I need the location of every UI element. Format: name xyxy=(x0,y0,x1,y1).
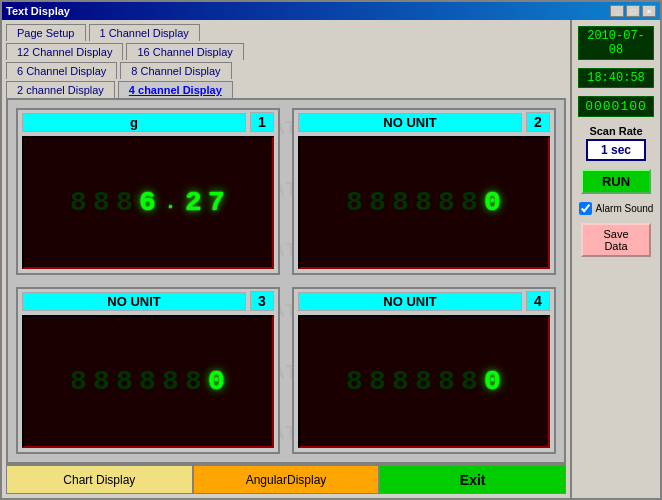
maximize-button[interactable]: □ xyxy=(626,5,640,17)
scan-rate-value: 1 sec xyxy=(586,139,646,161)
channel-2-number: 2 xyxy=(526,112,550,132)
channel-2-header: NO UNIT 2 xyxy=(294,110,554,134)
digit-3-4: 8 xyxy=(138,366,158,397)
digit-4-4: 8 xyxy=(414,366,434,397)
digit-4-5: 8 xyxy=(437,366,457,397)
tab-page-setup[interactable]: Page Setup xyxy=(6,24,86,41)
minimize-button[interactable]: _ xyxy=(610,5,624,17)
left-panel: Page Setup 1 Channel Display 12 Channel … xyxy=(2,20,570,498)
chart-display-button[interactable]: Chart Display xyxy=(6,465,193,494)
channel-1-screen: 8 8 8 6 . 2 7 xyxy=(22,136,274,269)
channel-2-box: NO UNIT 2 8 8 8 8 8 8 0 xyxy=(292,108,556,275)
digit-4-2: 8 xyxy=(368,366,388,397)
alarm-sound-checkbox[interactable] xyxy=(579,202,592,215)
digit-1-dot: . xyxy=(161,193,181,213)
digit-3-2: 8 xyxy=(92,366,112,397)
display-content: LEGATOOL LEGATOOL LEGATOOL LEGATOOL LEGA… xyxy=(6,98,566,464)
scan-rate-section: Scan Rate 1 sec xyxy=(586,125,646,161)
tab-row-4: 2 channel Display 4 channel Display xyxy=(6,81,566,98)
channel-4-unit: NO UNIT xyxy=(298,292,522,311)
channel-4-box: NO UNIT 4 8 8 8 8 8 8 0 xyxy=(292,287,556,454)
digit-1-2: 8 xyxy=(92,187,112,218)
digit-1-1: 8 xyxy=(69,187,89,218)
channel-3-number: 3 xyxy=(250,291,274,311)
tab-4-channel[interactable]: 4 channel Display xyxy=(118,81,233,98)
channel-4-digits: 8 8 8 8 8 8 0 xyxy=(345,366,503,397)
channel-4-header: NO UNIT 4 xyxy=(294,289,554,313)
digit-3-1: 8 xyxy=(69,366,89,397)
angular-display-button[interactable]: AngularDisplay xyxy=(193,465,380,494)
digit-4-1: 8 xyxy=(345,366,365,397)
window-title: Text Display xyxy=(6,5,70,17)
channel-2-screen: 8 8 8 8 8 8 0 xyxy=(298,136,550,269)
channels-grid: g 1 8 8 8 6 . 2 7 xyxy=(16,108,556,454)
tab-12-channel[interactable]: 12 Channel Display xyxy=(6,43,123,60)
digit-2-5: 8 xyxy=(437,187,457,218)
digit-3-6: 8 xyxy=(184,366,204,397)
run-button[interactable]: RUN xyxy=(581,169,651,194)
channel-1-unit: g xyxy=(22,113,246,132)
exit-button[interactable]: Exit xyxy=(379,465,566,494)
main-content: Page Setup 1 Channel Display 12 Channel … xyxy=(2,20,660,498)
digit-3-3: 8 xyxy=(115,366,135,397)
digit-2-2: 8 xyxy=(368,187,388,218)
channel-2-unit: NO UNIT xyxy=(298,113,522,132)
tab-2-channel[interactable]: 2 channel Display xyxy=(6,81,115,98)
main-window: Text Display _ □ × Page Setup 1 Channel … xyxy=(0,0,662,500)
scan-rate-label: Scan Rate xyxy=(589,125,642,137)
tab-8-channel[interactable]: 8 Channel Display xyxy=(120,62,231,79)
channel-3-header: NO UNIT 3 xyxy=(18,289,278,313)
tabs-area: Page Setup 1 Channel Display 12 Channel … xyxy=(6,24,566,98)
bottom-bar: Chart Display AngularDisplay Exit xyxy=(6,464,566,494)
title-bar: Text Display _ □ × xyxy=(2,2,660,20)
channel-3-unit: NO UNIT xyxy=(22,292,246,311)
digit-4-7: 0 xyxy=(483,366,503,397)
channel-1-box: g 1 8 8 8 6 . 2 7 xyxy=(16,108,280,275)
channel-2-digits: 8 8 8 8 8 8 0 xyxy=(345,187,503,218)
digit-2-1: 8 xyxy=(345,187,365,218)
title-bar-buttons: _ □ × xyxy=(610,5,656,17)
channel-3-digits: 8 8 8 8 8 8 0 xyxy=(69,366,227,397)
save-data-button[interactable]: Save Data xyxy=(581,223,651,257)
time-display: 18:40:58 xyxy=(578,68,654,88)
digit-2-7: 0 xyxy=(483,187,503,218)
channel-1-header: g 1 xyxy=(18,110,278,134)
channel-3-screen: 8 8 8 8 8 8 0 xyxy=(22,315,274,448)
tab-row-1: Page Setup 1 Channel Display xyxy=(6,24,566,41)
channel-4-screen: 8 8 8 8 8 8 0 xyxy=(298,315,550,448)
channel-1-digits: 8 8 8 6 . 2 7 xyxy=(69,187,227,218)
tab-6-channel[interactable]: 6 Channel Display xyxy=(6,62,117,79)
digit-4-3: 8 xyxy=(391,366,411,397)
tab-row-2: 12 Channel Display 16 Channel Display xyxy=(6,43,566,60)
digit-1-6: 7 xyxy=(207,187,227,218)
tab-1-channel[interactable]: 1 Channel Display xyxy=(89,24,200,41)
digit-2-6: 8 xyxy=(460,187,480,218)
digit-3-5: 8 xyxy=(161,366,181,397)
digit-2-4: 8 xyxy=(414,187,434,218)
channel-1-number: 1 xyxy=(250,112,274,132)
digit-4-6: 8 xyxy=(460,366,480,397)
close-button[interactable]: × xyxy=(642,5,656,17)
digit-1-3: 8 xyxy=(115,187,135,218)
alarm-sound-label: Alarm Sound xyxy=(596,203,654,214)
channel-4-number: 4 xyxy=(526,291,550,311)
date-display: 2010-07-08 xyxy=(578,26,654,60)
digit-1-4: 6 xyxy=(138,187,158,218)
channel-3-box: NO UNIT 3 8 8 8 8 8 8 0 xyxy=(16,287,280,454)
alarm-sound-section: Alarm Sound xyxy=(579,202,654,215)
digit-1-5: 2 xyxy=(184,187,204,218)
digit-3-7: 0 xyxy=(207,366,227,397)
counter-display: 0000100 xyxy=(578,96,654,117)
digit-2-3: 8 xyxy=(391,187,411,218)
right-panel: 2010-07-08 18:40:58 0000100 Scan Rate 1 … xyxy=(570,20,660,498)
tab-16-channel[interactable]: 16 Channel Display xyxy=(126,43,243,60)
tab-row-3: 6 Channel Display 8 Channel Display xyxy=(6,62,566,79)
